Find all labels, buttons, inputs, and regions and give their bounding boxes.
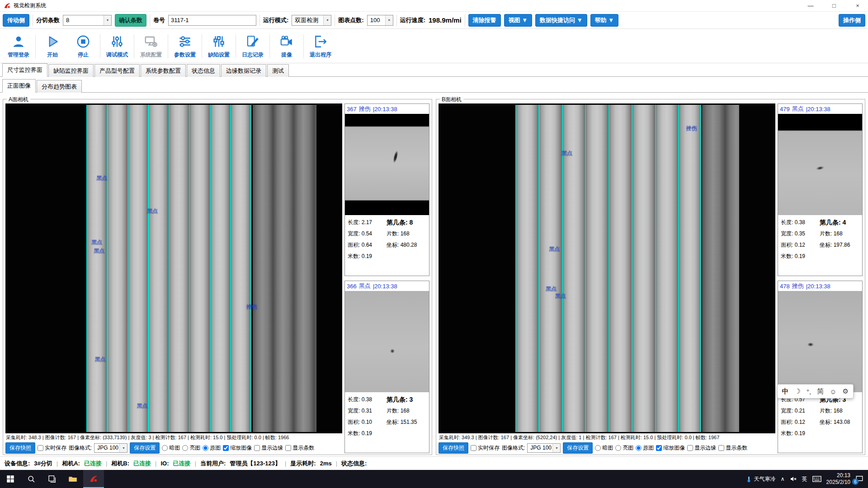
- defect-card[interactable]: 367 挫伤 |20:13:38 长度: 2.17 第几条: 8 宽度: 0.5…: [344, 103, 429, 276]
- windows-taskbar: 天气寒冷 ∧ 英 20:13 2025/2/10 6: [0, 470, 868, 488]
- drive-side-button[interactable]: 传动侧: [3, 14, 29, 27]
- action-center-icon[interactable]: 6: [855, 475, 863, 483]
- realtime-save-checkbox[interactable]: [38, 445, 43, 451]
- input-language-indicator[interactable]: 英: [802, 475, 807, 483]
- touch-keyboard-icon[interactable]: [812, 476, 821, 482]
- subtab-front-image[interactable]: 正面图像: [2, 79, 36, 93]
- clock-tray-item[interactable]: 20:13 2025/2/10: [826, 472, 850, 486]
- bright-image-radio[interactable]: [615, 445, 621, 451]
- defect-id: 479: [780, 106, 790, 113]
- capture-image-button[interactable]: 提像: [272, 31, 302, 62]
- run-speed-value: 198.9m/mi: [429, 16, 462, 24]
- tab-system-params[interactable]: 系统参数配置: [141, 64, 186, 77]
- bright-image-radio[interactable]: [182, 445, 188, 451]
- search-icon[interactable]: [21, 470, 42, 488]
- ime-chinese-mode[interactable]: 中: [782, 387, 789, 396]
- hidden-icons-chevron[interactable]: ∧: [781, 476, 785, 482]
- image-format-select[interactable]: JPG 100 ▼: [94, 443, 127, 453]
- document-pencil-icon: [245, 34, 260, 49]
- exit-program-button[interactable]: 退出程序: [306, 31, 335, 62]
- zoom-image-checkbox[interactable]: [223, 445, 229, 451]
- defect-settings-button[interactable]: 缺陷设置: [204, 31, 234, 62]
- tab-defect-monitor[interactable]: 缺陷监控界面: [48, 64, 94, 77]
- taskbar-app-explorer[interactable]: [62, 470, 83, 488]
- show-count-checkbox[interactable]: [285, 445, 291, 451]
- main-tab-bar: 尺寸监控界面缺陷监控界面产品型号配置系统参数配置状态信息边缘数据记录测试: [0, 63, 868, 77]
- ime-fullwidth-moon-icon[interactable]: ☽: [795, 387, 801, 395]
- original-image-radio[interactable]: [203, 445, 208, 451]
- stat-label: 片数:: [820, 408, 832, 414]
- tab-test[interactable]: 测试: [267, 64, 289, 77]
- stat-length: 长度: 0.38: [348, 396, 387, 404]
- defect-card[interactable]: 479 黑点 |20:13:38 长度: 0.38 第几条: 4 宽度: 0.3…: [778, 103, 863, 276]
- tab-size-monitor[interactable]: 尺寸监控界面: [2, 63, 47, 77]
- help-menu-button[interactable]: 帮助 ▼: [590, 14, 618, 27]
- tab-status-info[interactable]: 状态信息: [187, 64, 220, 77]
- task-view-icon[interactable]: [42, 470, 62, 488]
- ribbon-label: 管理登录: [8, 51, 29, 59]
- confirm-count-button[interactable]: 确认条数: [115, 14, 146, 27]
- render-time-value: 2ms: [320, 460, 332, 467]
- run-mode-select[interactable]: 双面检测 ▼: [292, 15, 331, 26]
- stat-value: 3: [410, 396, 413, 403]
- defect-snapshot-image: [345, 291, 429, 392]
- close-button[interactable]: ×: [847, 0, 868, 11]
- system-config-button[interactable]: 系统配置: [136, 31, 166, 62]
- admin-login-button[interactable]: 管理登录: [4, 31, 33, 62]
- defect-card[interactable]: 478 挫伤 |20:13:38 长度: 0.57 第几条: 3 宽度: 0.2…: [778, 281, 863, 453]
- roll-number-input[interactable]: [168, 15, 256, 26]
- zoom-image-label: 缩放图像: [230, 444, 252, 452]
- stat-value: 2.17: [362, 219, 372, 225]
- start-button[interactable]: [0, 470, 21, 488]
- dark-image-radio[interactable]: [595, 445, 601, 451]
- stat-value: 168: [834, 230, 843, 237]
- save-snapshot-button[interactable]: 保存快照: [439, 442, 468, 454]
- ime-settings-gear-icon[interactable]: ⚙: [843, 387, 849, 395]
- defect-marker-label: 黑点: [94, 247, 104, 255]
- save-snapshot-button[interactable]: 保存快照: [5, 442, 35, 454]
- minimize-button[interactable]: —: [800, 0, 821, 11]
- chart-points-select[interactable]: 100 ▼: [367, 15, 393, 26]
- subtab-trend-chart[interactable]: 分布趋势图表: [37, 80, 82, 93]
- show-edge-checkbox[interactable]: [254, 445, 260, 451]
- data-quick-access-button[interactable]: 数据快捷访问 ▼: [535, 14, 587, 27]
- save-settings-button[interactable]: 保存设置: [563, 442, 593, 454]
- view-menu-button[interactable]: 视图 ▼: [504, 14, 532, 27]
- image-format-select[interactable]: JPG 100 ▼: [527, 443, 561, 453]
- original-image-radio[interactable]: [636, 445, 642, 451]
- ribbon-label: 开始: [47, 51, 58, 59]
- log-record-button[interactable]: 日志记录: [238, 31, 268, 62]
- show-count-checkbox[interactable]: [718, 445, 724, 451]
- save-settings-button[interactable]: 保存设置: [130, 442, 160, 454]
- show-edge-checkbox[interactable]: [687, 445, 693, 451]
- operator-side-button[interactable]: 操作侧: [839, 14, 865, 27]
- stop-button[interactable]: 停止: [68, 31, 98, 62]
- start-button[interactable]: 开始: [38, 31, 67, 62]
- debug-mode-button[interactable]: 调试模式: [102, 31, 132, 62]
- titlebar: 视觉检测系统 — □ ×: [0, 0, 868, 12]
- parameter-settings-button[interactable]: 参数设置: [170, 31, 200, 62]
- weather-tray-item[interactable]: 天气寒冷: [745, 475, 776, 483]
- ime-emoji-icon[interactable]: ☺: [830, 388, 836, 395]
- taskbar-app-vision-system[interactable]: [83, 470, 104, 488]
- stat-label: 坐标:: [387, 242, 399, 248]
- defect-card[interactable]: 366 黑点 |20:13:38 长度: 0.38 第几条: 3 宽度: 0.3…: [344, 281, 429, 453]
- volume-muted-icon[interactable]: [790, 475, 797, 483]
- maximize-button[interactable]: □: [824, 0, 844, 11]
- ribbon-label: 调试模式: [106, 51, 128, 59]
- stat-pieces: 片数: 168: [820, 407, 859, 415]
- ime-punctuation-icon[interactable]: °,: [807, 388, 811, 395]
- clear-alarm-button[interactable]: 清除报警: [468, 14, 501, 27]
- slit-count-select[interactable]: 8 ▼: [63, 15, 112, 26]
- defect-blob: [807, 343, 814, 347]
- zoom-image-checkbox[interactable]: [656, 445, 662, 451]
- tab-edge-data[interactable]: 边缘数据记录: [221, 64, 266, 77]
- stat-value: 143.08: [834, 419, 850, 425]
- stat-value: 0.35: [795, 230, 805, 237]
- image-format-label: 图像格式:: [69, 444, 92, 452]
- realtime-save-checkbox[interactable]: [471, 445, 476, 451]
- ime-simplified-mode[interactable]: 简: [817, 387, 824, 396]
- divider: [150, 14, 150, 26]
- dark-image-radio[interactable]: [162, 445, 168, 451]
- tab-product-model[interactable]: 产品型号配置: [94, 64, 140, 77]
